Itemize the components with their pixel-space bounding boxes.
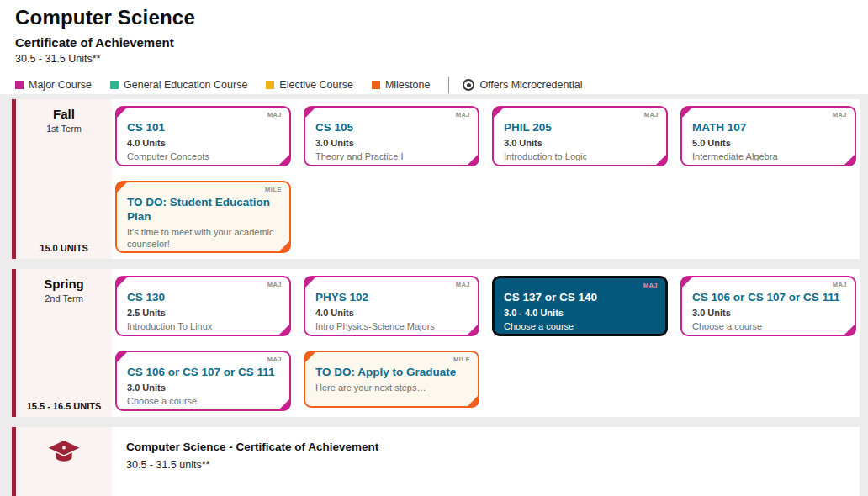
card-row: MILE TO DO: Student Education Plan It's … [115, 181, 868, 253]
course-title: CS 106 or CS 107 or CS 111 [127, 365, 281, 379]
milestone-description: It's time to meet with your academic cou… [127, 226, 281, 250]
legend-label: Major Course [29, 79, 92, 91]
term-label-column: Spring 2nd Term 15.5 - 16.5 UNITS [16, 269, 112, 417]
legend-item-elective: Elective Course [266, 79, 353, 91]
award-title: Computer Science - Certificate of Achiev… [126, 441, 860, 453]
milestone-title: TO DO: Apply to Graduate [315, 365, 469, 379]
course-description: Intermediate Algebra [692, 150, 846, 162]
card-type-tag: MAJ [643, 282, 658, 289]
legend-item-general-education: General Education Course [110, 79, 247, 91]
card-row: MAJ CS 101 4.0 Units Computer Concepts M… [115, 106, 868, 166]
term-units-total: 15.0 UNITS [16, 243, 112, 253]
course-units: 3.0 Units [127, 383, 281, 393]
card-type-tag: MAJ [456, 111, 470, 119]
milestone-title: TO DO: Student Education Plan [127, 195, 281, 224]
term-row-fall: Fall 1st Term 15.0 UNITS MAJ CS 101 4.0 … [12, 99, 860, 259]
course-units: 4.0 Units [315, 308, 469, 318]
elective-course-swatch [266, 81, 274, 89]
term-name: Fall [16, 107, 112, 121]
term-label-column: Fall 1st Term 15.0 UNITS [16, 99, 112, 259]
card-type-tag: MAJ [833, 281, 847, 288]
course-units: 2.5 Units [127, 308, 281, 318]
course-card-cs106-107-111[interactable]: MAJ CS 106 or CS 107 or CS 111 3.0 Units… [115, 351, 291, 411]
program-units: 30.5 - 31.5 Units** [15, 53, 853, 65]
legend-item-microcredential: Offers Microcredential [463, 79, 582, 91]
course-card-phil205[interactable]: MAJ PHIL 205 3.0 Units Introduction to L… [492, 106, 668, 166]
legend-label: Offers Microcredential [479, 79, 582, 91]
card-type-tag: MILE [453, 356, 470, 363]
award-icon-column [16, 427, 112, 496]
course-description: Introduction To Linux [127, 320, 281, 332]
course-card-cs106-107-111[interactable]: MAJ CS 106 or CS 107 or CS 111 3.0 Units… [680, 276, 856, 336]
term-cards-area: MAJ CS 101 4.0 Units Computer Concepts M… [112, 99, 868, 259]
term-name: Spring [16, 277, 112, 291]
course-units: 4.0 Units [127, 138, 281, 148]
term-cards-area: MAJ CS 130 2.5 Units Introduction To Lin… [112, 269, 868, 417]
course-description: Choose a course [692, 320, 846, 332]
legend-label: General Education Course [124, 79, 247, 91]
award-row: Computer Science - Certificate of Achiev… [12, 427, 860, 496]
course-units: 3.0 Units [504, 138, 658, 148]
course-title: MATH 107 [692, 120, 846, 135]
card-type-tag: MAJ [644, 111, 659, 119]
course-title: PHIL 205 [504, 120, 658, 135]
card-type-tag: MILE [265, 186, 282, 193]
pathway-content: Fall 1st Term 15.0 UNITS MAJ CS 101 4.0 … [0, 94, 868, 496]
course-title: CS 130 [127, 290, 281, 304]
course-title: CS 137 or CS 140 [504, 290, 658, 304]
course-description: Computer Concepts [127, 150, 281, 162]
card-row: MAJ CS 130 2.5 Units Introduction To Lin… [115, 276, 868, 336]
course-card-cs137-or-cs140-selected[interactable]: MAJ CS 137 or CS 140 3.0 - 4.0 Units Cho… [492, 276, 668, 336]
milestone-card-apply-to-graduate[interactable]: MILE TO DO: Apply to Graduate Here are y… [304, 351, 479, 408]
course-card-phys102[interactable]: MAJ PHYS 102 4.0 Units Intro Physics-Sci… [304, 276, 479, 336]
legend-item-milestone: Milestone [372, 79, 431, 91]
term-ordinal: 2nd Term [16, 293, 112, 303]
legend-item-major: Major Course [15, 79, 92, 91]
card-type-tag: MAJ [456, 281, 470, 288]
legend-label: Elective Course [279, 79, 353, 91]
general-education-swatch [110, 81, 119, 89]
milestone-description: Here are your next steps… [315, 382, 469, 393]
course-title: CS 101 [127, 120, 281, 135]
term-units-total: 15.5 - 16.5 UNITS [16, 401, 112, 411]
course-units: 3.0 Units [315, 138, 469, 148]
term-row-spring: Spring 2nd Term 15.5 - 16.5 UNITS MAJ CS… [12, 269, 860, 417]
microcredential-icon [463, 79, 474, 91]
course-title: CS 105 [315, 120, 469, 135]
course-description: Theory and Practice I [315, 150, 469, 162]
card-type-tag: MAJ [267, 281, 282, 288]
card-type-tag: MAJ [833, 111, 847, 119]
legend-label: Milestone [385, 79, 431, 91]
card-row: MAJ CS 106 or CS 107 or CS 111 3.0 Units… [115, 351, 868, 411]
milestone-swatch [372, 81, 380, 89]
course-description: Choose a course [127, 395, 281, 407]
card-type-tag: MAJ [267, 356, 282, 363]
course-title: CS 106 or CS 107 or CS 111 [692, 290, 846, 304]
card-type-tag: MAJ [267, 111, 282, 119]
course-card-cs105[interactable]: MAJ CS 105 3.0 Units Theory and Practice… [304, 106, 479, 166]
program-header: Computer Science Certificate of Achievem… [0, 0, 868, 94]
award-units: 30.5 - 31.5 units** [126, 459, 860, 471]
course-card-cs130[interactable]: MAJ CS 130 2.5 Units Introduction To Lin… [115, 276, 291, 336]
graduation-cap-icon [47, 439, 81, 467]
course-units: 3.0 Units [692, 308, 846, 318]
course-description: Introduction to Logic [504, 150, 658, 162]
course-title: PHYS 102 [315, 290, 469, 304]
page-subtitle: Certificate of Achievement [15, 35, 853, 50]
legend-divider [448, 77, 449, 93]
legend: Major Course General Education Course El… [15, 77, 853, 93]
award-summary: Computer Science - Certificate of Achiev… [112, 427, 860, 496]
course-units: 5.0 Units [692, 138, 846, 148]
course-card-cs101[interactable]: MAJ CS 101 4.0 Units Computer Concepts [115, 106, 291, 166]
course-card-math107[interactable]: MAJ MATH 107 5.0 Units Intermediate Alge… [680, 106, 856, 166]
course-description: Intro Physics-Science Majors [315, 320, 469, 332]
term-ordinal: 1st Term [16, 124, 112, 134]
course-units: 3.0 - 4.0 Units [504, 308, 658, 318]
milestone-card-student-education-plan[interactable]: MILE TO DO: Student Education Plan It's … [115, 181, 291, 253]
course-description: Choose a course [504, 320, 658, 332]
major-course-swatch [15, 81, 24, 89]
page-title: Computer Science [15, 6, 853, 29]
